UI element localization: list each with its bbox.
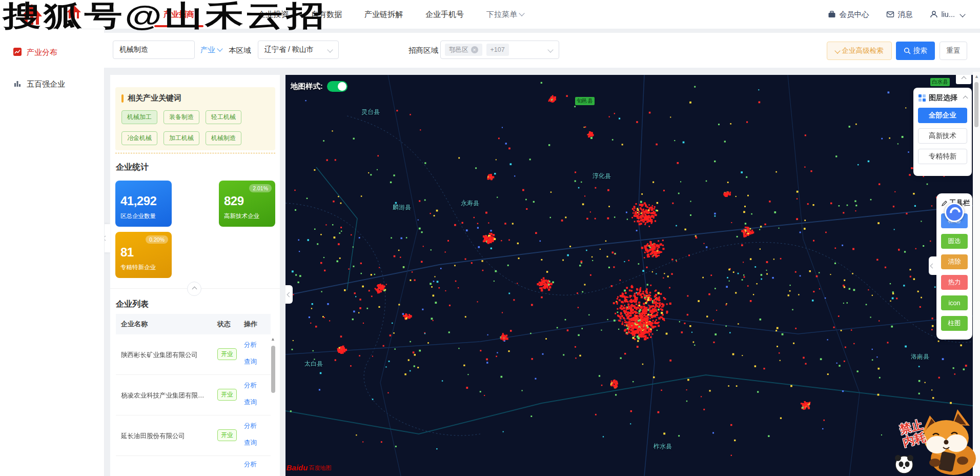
keyword-tag-2[interactable]: 装备制造 [164,110,199,124]
stat-label: 高新技术企业 [224,212,270,220]
stat-label: 区总企业数量 [120,212,167,220]
query-link[interactable]: 查询 [244,358,257,366]
nav-tab-5[interactable]: 企业手机号 [414,0,475,29]
map-left-handle[interactable] [285,285,293,304]
map-style-toggle[interactable] [327,81,348,92]
tool-button-6[interactable]: 柱图 [941,316,968,331]
stat-value: 81 [120,245,167,260]
map-tool-panel: 工具栏 框选圆选清除热力icon柱图 [936,193,972,340]
messages-button[interactable]: 消息 [886,10,912,19]
stat-label: 专精特新企业 [120,264,167,271]
sidebar-item-2[interactable]: 五百强企业 [13,74,104,94]
tool-button-3[interactable]: 清除 [941,254,968,269]
company-list-title: 企业列表 [116,299,149,310]
company-name: 杨凌农业科技产业集团有限… [121,391,213,400]
map-style-label: 地图样式: [291,82,323,91]
tool-button-2[interactable]: 圆选 [941,234,968,249]
filter-bar: 产业 本区域 辽宁省 / 鞍山市 招商区域 鄠邑区 × +107 企业高级检索 … [104,33,980,68]
analyze-link[interactable]: 分析 [244,460,257,469]
keyword-tag-1[interactable]: 机械加工 [121,110,157,124]
nav-tab-1[interactable]: 产业招商 [152,0,206,29]
nav-tabs: 产业招商企业投资自有数据产业链拆解企业手机号下拉菜单 [152,0,535,29]
map-dots-canvas [285,75,973,476]
analyze-link[interactable]: 分析 [244,341,257,349]
table-row: 陕西彬长矿业集团有限公司开业分析查询 [116,334,271,375]
sidebar-item-label: 五百强企业 [27,80,65,89]
scrollbar-thumb[interactable] [271,346,275,393]
table-row: 杨凌农业科技产业集团有限…开业分析查询 [116,375,271,415]
map-panel-collapse-button[interactable] [956,75,971,84]
nav-tab-3[interactable]: 自有数据 [300,0,353,29]
toggle-knob [338,82,346,91]
map-place-label: 永寿县 [461,199,479,208]
reset-button[interactable]: 重置 [940,42,967,60]
tool-panel-handle[interactable] [929,256,936,275]
map-place-label: 洛南县 [911,352,929,361]
keyword-tags-row1: 机械加工装备制造轻工机械 [121,110,269,124]
advanced-search-button[interactable]: 企业高级检索 [827,42,892,60]
invest-region-label: 招商区域 [409,46,438,55]
query-link[interactable]: 查询 [244,439,257,447]
member-center-button[interactable]: 会员中心 [828,10,869,19]
chevron-up-icon [192,286,197,291]
chevron-down-icon [959,11,965,17]
keyword-tag-5[interactable]: 加工机械 [164,131,199,145]
tool-button-5[interactable]: icon [941,295,968,310]
left-sidebar: 产业分布五百强企业 [0,29,105,476]
user-menu[interactable]: liu... [930,10,965,18]
baidu-logo-text: Baidu [287,463,308,472]
more-regions-tag: +107 [486,44,509,56]
baidu-map-label: 百度地图 [309,464,332,472]
sidebar-item-label: 产业分布 [27,48,57,57]
keyword-tag-6[interactable]: 机械制造 [206,131,241,145]
analyze-link[interactable]: 分析 [244,381,257,390]
page-scrollbar[interactable]: ▲ [973,72,980,476]
query-link[interactable]: 查询 [244,398,257,407]
status-badge: 开业 [217,389,237,401]
invest-region-select[interactable]: 鄠邑区 × +107 [440,41,559,59]
map-place-label: 太白县 [304,360,323,368]
remove-tag-icon[interactable]: × [471,46,478,53]
stats-title: 企业统计 [116,162,149,173]
region-select[interactable]: 辽宁省 / 鞍山市 [258,41,339,59]
nav-tab-4[interactable]: 产业链拆解 [353,0,414,29]
scroll-up-icon[interactable]: ▲ [974,74,979,79]
related-keywords-title-row: 相关产业关键词 [121,93,269,103]
status-badge: 开业 [217,429,237,441]
keyword-tag-3[interactable]: 轻工机械 [206,110,241,124]
company-list-scrollbar[interactable]: ▲ [271,334,276,476]
layer-button-1[interactable]: 全部企业 [918,108,967,123]
search-button[interactable]: 搜索 [896,42,935,60]
status-badge: 开业 [217,348,237,360]
sidebar-item-1[interactable]: 产业分布 [13,42,104,63]
keyword-input[interactable] [113,41,195,59]
nav-tab-2[interactable]: 企业投资 [247,0,300,29]
tool-button-4[interactable]: 热力 [941,275,968,290]
member-center-label: 会员中心 [839,10,869,19]
layer-button-2[interactable]: 高新技术 [918,128,967,144]
search-button-label: 搜索 [913,46,927,55]
map-place-label: 柞水县 [654,442,672,451]
keyword-tag-4[interactable]: 冶金机械 [121,131,157,145]
chevron-down-icon [327,47,333,52]
chevron-left-icon [930,263,935,268]
keyword-tags-row2: 冶金机械加工机械机械制造 [121,131,269,145]
region-label: 本区域 [229,46,251,55]
nav-tab-6[interactable]: 下拉菜单 [475,0,535,29]
chevron-down-icon [834,48,840,53]
table-row: 延长油田股份有限公司开业分析查询 [116,415,271,456]
scrollbar-thumb[interactable] [974,82,978,127]
company-table-header: 企业名称状态操作 [116,314,271,334]
chevron-up-icon[interactable] [963,95,968,101]
stat-card-1: 41,292区总企业数量 [115,181,172,227]
collapse-stats-button[interactable] [187,282,201,296]
industry-dropdown-link[interactable]: 产业 [200,45,222,55]
left-panel: 相关产业关键词 机械加工装备制造轻工机械 冶金机械加工机械机械制造 企业统计 4… [110,75,280,476]
analyze-link[interactable]: 分析 [244,422,257,430]
map-container[interactable]: 地图样式: 灵台县旬邑县白水县淳化县麟游县永寿县太白县洛南县柞水县 图层选择 全… [285,75,973,476]
nav-right: 会员中心 消息 liu... [828,0,965,29]
layer-button-3[interactable]: 专精特新 [918,149,967,164]
advanced-search-label: 企业高级检索 [842,46,884,55]
scroll-up-icon[interactable]: ▲ [271,336,275,342]
selected-region-tag: 鄠邑区 × [445,44,482,56]
